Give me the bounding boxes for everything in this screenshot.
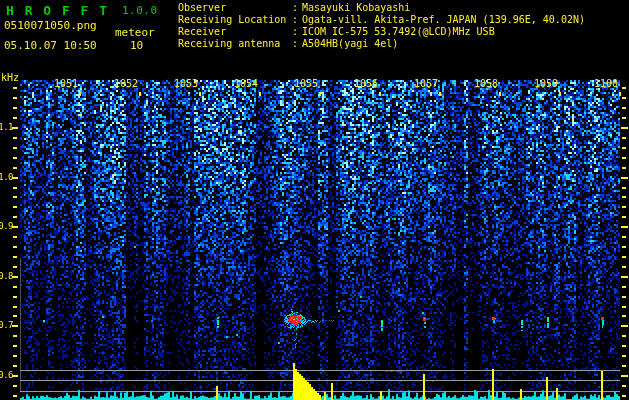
- y-axis-unit: kHz: [1, 72, 19, 83]
- time-label-1052: 1052: [114, 79, 138, 89]
- info-value: ICOM IC-575 53.7492(@LCD)MHz USB: [302, 26, 495, 37]
- time-label-1056: 1056: [354, 79, 378, 89]
- hrofft-window: H R O F F T 1.0.0 0510071050.png meteor …: [0, 0, 629, 400]
- freq-label-0.6: 0.6: [0, 371, 13, 380]
- app-version: 1.0.0: [122, 4, 158, 17]
- info-value: Ogata-vill. Akita-Pref. JAPAN (139.96E, …: [302, 14, 585, 25]
- info-colon: :: [292, 14, 302, 26]
- info-label: Receiver: [178, 26, 292, 38]
- station-info: Observer:Masayuki KobayashiReceiving Loc…: [178, 2, 585, 50]
- info-row: Receiving Location:Ogata-vill. Akita-Pre…: [178, 14, 585, 26]
- freq-label-1.0: 1.0: [0, 173, 13, 182]
- time-label-1100: 1100: [594, 79, 618, 89]
- info-value: A504HB(yagi 4el): [302, 38, 398, 49]
- freq-label-0.8: 0.8: [0, 272, 13, 281]
- output-filename: 0510071050.png: [4, 19, 97, 32]
- info-row: Receiving antenna:A504HB(yagi 4el): [178, 38, 585, 50]
- time-label-1058: 1058: [474, 79, 498, 89]
- info-colon: :: [292, 38, 302, 50]
- spectrogram-canvas: [0, 0, 629, 400]
- info-colon: :: [292, 2, 302, 14]
- info-label: Observer: [178, 2, 292, 14]
- app-title: H R O F F T: [6, 3, 109, 18]
- time-label-1051: 1051: [54, 79, 78, 89]
- time-label-1055: 1055: [294, 79, 318, 89]
- mode-label: meteor: [115, 26, 155, 39]
- duration-label: 10: [130, 39, 143, 52]
- info-label: Receiving Location: [178, 14, 292, 26]
- freq-label-1.1: 1.1: [0, 123, 13, 132]
- info-label: Receiving antenna: [178, 38, 292, 50]
- datetime-label: 05.10.07 10:50: [4, 39, 97, 52]
- time-label-1059: 1059: [534, 79, 558, 89]
- time-label-1054: 1054: [234, 79, 258, 89]
- freq-label-0.9: 0.9: [0, 222, 13, 231]
- time-label-1053: 1053: [174, 79, 198, 89]
- info-colon: :: [292, 26, 302, 38]
- time-label-1057: 1057: [414, 79, 438, 89]
- freq-label-0.7: 0.7: [0, 321, 13, 330]
- info-row: Receiver:ICOM IC-575 53.7492(@LCD)MHz US…: [178, 26, 585, 38]
- info-value: Masayuki Kobayashi: [302, 2, 410, 13]
- info-row: Observer:Masayuki Kobayashi: [178, 2, 585, 14]
